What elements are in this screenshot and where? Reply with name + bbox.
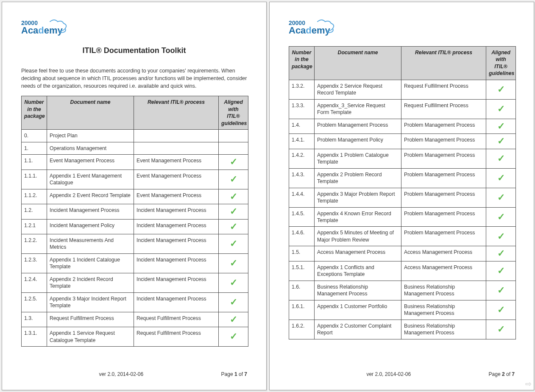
checkmark-icon: ✓: [497, 231, 505, 242]
cell-aligned: [219, 130, 248, 142]
cell-aligned: ✓: [219, 273, 248, 292]
cell-process: Business Relationship Management Process: [401, 281, 486, 300]
col-header-document: Document name: [315, 47, 401, 80]
cell-aligned: ✓: [486, 119, 516, 133]
cell-document-name: Incident Management Process: [47, 204, 134, 219]
cell-document-name: Problem Management Process: [315, 119, 401, 133]
cell-aligned: ✓: [486, 99, 516, 119]
cell-document-name: Incident Measurements And Metrics: [47, 234, 134, 254]
cell-process: Incident Management Process: [134, 273, 219, 292]
cell-aligned: ✓: [486, 281, 516, 300]
cell-process: Incident Management Process: [134, 234, 219, 254]
table-row: 1.4.5.Appendix 4 Known Error Record Temp…: [289, 207, 516, 227]
cell-number: 1.: [22, 142, 47, 154]
table-row: 1.3.1.Appendix 1 Service Request Catalog…: [22, 327, 248, 347]
table-row: 1.2.2.Incident Measurements And MetricsI…: [22, 234, 248, 254]
cell-document-name: Appendix 1 Problem Catalogue Template: [315, 149, 401, 168]
documents-table: Number in the package Document name Rele…: [21, 96, 248, 347]
cell-process: Event Management Process: [134, 189, 219, 204]
table-row: 1.3.2.Appendix 2 Service Request Record …: [289, 80, 516, 99]
cell-number: 1.6.: [289, 281, 315, 300]
brand-logo: 20000 Academy: [289, 19, 515, 37]
cell-aligned: ✓: [486, 168, 516, 188]
cell-aligned: ✓: [486, 227, 516, 246]
checkmark-icon: ✓: [497, 265, 505, 276]
brand-logo: 20000 Academy: [21, 19, 247, 37]
checkmark-icon: ✓: [497, 211, 505, 222]
checkmark-icon: ✓: [230, 206, 237, 217]
cell-number: 1.2.2.: [22, 234, 47, 254]
cell-process: Business Relationship Management Process: [401, 300, 486, 320]
cell-aligned: ✓: [219, 234, 248, 254]
cell-document-name: Access Management Process: [315, 246, 401, 261]
table-row: 1.4.3.Appendix 2 Problem Record Template…: [289, 168, 516, 188]
table-row: 1.6.1.Appendix 1 Customer PortfolioBusin…: [289, 300, 516, 320]
cell-number: 1.4.6.: [289, 227, 315, 246]
cell-process: [134, 142, 219, 154]
cell-process: Problem Management Process: [401, 134, 486, 149]
checkmark-icon: ✓: [497, 304, 505, 315]
cell-document-name: Appendix 1 Customer Portfolio: [315, 300, 401, 320]
cell-number: 1.4.4.: [289, 188, 315, 207]
footer-page-number: Page 1 of 7: [221, 371, 247, 377]
checkmark-icon: ✓: [497, 153, 505, 164]
checkmark-icon: ✓: [497, 84, 505, 95]
cell-document-name: Appendix 1 Service Request Catalogue Tem…: [47, 327, 134, 347]
cell-process: Incident Management Process: [134, 253, 219, 273]
page-title: ITIL® Documentation Toolkit: [21, 46, 247, 55]
table-row: 1.5.1.Appendix 1 Conflicts and Exception…: [289, 261, 516, 281]
cell-document-name: Request Fulfillment Process: [47, 312, 134, 327]
cell-document-name: Business Relationship Management Process: [315, 281, 401, 300]
col-header-process: Relevant ITIL® process: [401, 47, 486, 80]
table-row: 1.4.6.Appendix 5 Minutes of Meeting of M…: [289, 227, 516, 246]
col-header-number: Number in the package: [289, 47, 315, 80]
cell-number: 1.4.2.: [289, 149, 315, 168]
table-row: 1.Operations Management: [22, 142, 248, 154]
intro-text: Please feel free to use these documents …: [21, 67, 247, 90]
table-row: 1.2.Incident Management ProcessIncident …: [22, 204, 248, 219]
cell-document-name: Appendix 3 Major Problem Report Template: [315, 188, 401, 207]
checkmark-icon: ✓: [497, 248, 505, 259]
cell-aligned: ✓: [219, 204, 248, 219]
table-row: 1.1.2.Appendix 2 Event Record TemplateEv…: [22, 189, 248, 204]
checkmark-icon: ✓: [497, 136, 505, 146]
cell-process: Access Management Process: [401, 261, 486, 281]
table-row: 1.6.2.Appendix 2 Customer Complaint Repo…: [289, 320, 516, 339]
cell-document-name: Event Management Process: [47, 155, 134, 170]
cell-aligned: ✓: [219, 327, 248, 347]
cell-number: 1.3.2.: [289, 80, 315, 99]
table-row: 1.2.5.Appendix 3 Major Incident Report T…: [22, 292, 248, 312]
cell-number: 1.1.1.: [22, 170, 47, 189]
page-footer: ver 2.0, 2014-02-06 Page 1 of 7: [21, 371, 247, 377]
next-page-icon[interactable]: ⇨: [525, 379, 532, 389]
cell-number: 1.6.2.: [289, 320, 315, 339]
cell-document-name: Appendix_3_Service Request Form Template: [315, 99, 401, 119]
page-footer: ver 2.0, 2014-02-06 Page 2 of 7: [289, 371, 515, 377]
cell-process: Incident Management Process: [134, 219, 219, 234]
checkmark-icon: ✓: [230, 221, 237, 232]
cell-process: Request Fulfillment Process: [401, 99, 486, 119]
cell-number: 1.2.4.: [22, 273, 47, 292]
cell-number: 1.3.: [22, 312, 47, 327]
cell-number: 1.4.1.: [289, 134, 315, 149]
cell-number: 1.3.3.: [289, 99, 315, 119]
table-row: 1.2.3.Appendix 1 Incident Catalogue Temp…: [22, 253, 248, 273]
footer-version: ver 2.0, 2014-02-06: [21, 371, 221, 377]
cell-process: Problem Management Process: [401, 207, 486, 227]
cell-aligned: ✓: [219, 170, 248, 189]
table-row: 1.2.4.Appendix 2 Incident Record Templat…: [22, 273, 248, 292]
checkmark-icon: ✓: [497, 103, 505, 114]
cell-process: Incident Management Process: [134, 292, 219, 312]
cell-document-name: Appendix 2 Incident Record Template: [47, 273, 134, 292]
cell-process: Request Fulfillment Process: [134, 327, 219, 347]
col-header-aligned: Aligned with ITIL® guidelines: [219, 96, 248, 130]
table-row: 1.1.1.Appendix 1 Event Management Catalo…: [22, 170, 248, 189]
cell-document-name: Appendix 2 Event Record Template: [47, 189, 134, 204]
cell-process: Event Management Process: [134, 170, 219, 189]
table-row: 1.4.Problem Management ProcessProblem Ma…: [289, 119, 516, 133]
cell-process: Request Fulfillment Process: [134, 312, 219, 327]
cell-aligned: ✓: [219, 312, 248, 327]
cell-aligned: ✓: [486, 261, 516, 281]
cell-number: 1.1.2.: [22, 189, 47, 204]
col-header-aligned: Aligned with ITIL® guidelines: [486, 47, 516, 80]
